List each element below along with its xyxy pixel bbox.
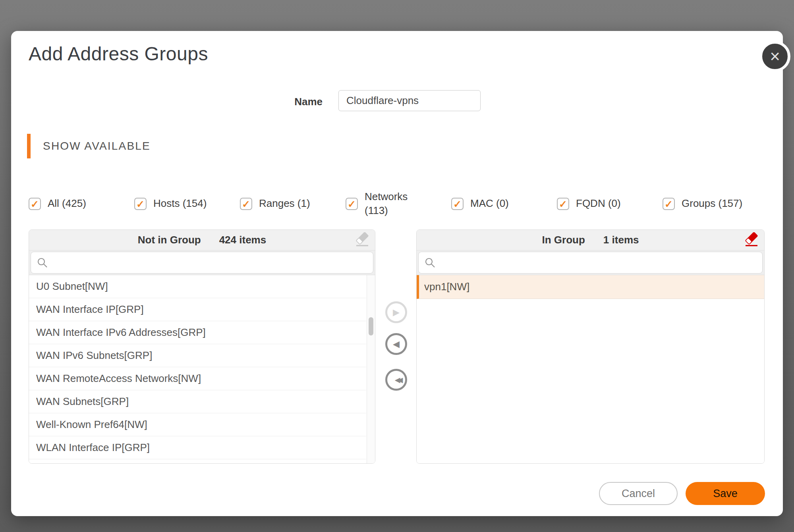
backdrop: { "modal": { "title": "Add Address Group…	[0, 0, 794, 532]
checkbox[interactable]: ✓	[29, 198, 41, 210]
check-icon: ✓	[136, 199, 145, 209]
search-bar	[417, 251, 764, 275]
show-available-heading: SHOW AVAILABLE	[43, 140, 151, 152]
filter-label: Ranges (1)	[259, 197, 310, 210]
left-arrow-icon: ◀	[393, 340, 400, 349]
checkbox[interactable]: ✓	[346, 198, 358, 210]
accent-bar	[27, 134, 31, 158]
item-count: 424 items	[219, 234, 267, 246]
filter-label: Groups (157)	[682, 197, 742, 210]
scrollbar[interactable]	[367, 275, 375, 463]
filter-label: Hosts (154)	[153, 197, 207, 210]
item-count: 1 items	[603, 234, 639, 246]
list-item-selected[interactable]: vpn1[NW]	[417, 275, 764, 299]
in-group-panel: In Group 1 items vpn1[NW]	[416, 229, 765, 464]
filter-label: MAC (0)	[470, 197, 509, 210]
filter-networks[interactable]: ✓ Networks (113)	[346, 190, 451, 218]
double-left-arrow-icon: ◀◀	[395, 376, 400, 384]
name-input[interactable]	[338, 90, 481, 111]
filter-label: FQDN (0)	[576, 197, 621, 210]
available-list: U0 Subnet[NW] WAN Interface IP[GRP] WAN …	[29, 275, 375, 463]
group-member-list: vpn1[NW]	[417, 275, 764, 463]
not-in-group-panel: Not in Group 424 items U0 Sub	[29, 229, 375, 464]
eraser-icon	[354, 232, 370, 248]
list-item[interactable]: WAN Subnets[GRP]	[29, 390, 366, 413]
checkbox[interactable]: ✓	[451, 198, 464, 210]
filter-all[interactable]: ✓ All (425)	[29, 197, 134, 210]
filter-label: All (425)	[48, 197, 86, 210]
save-button[interactable]: Save	[686, 482, 765, 505]
clear-group-button[interactable]	[744, 232, 759, 248]
list-item[interactable]: WAN Interface IP[GRP]	[29, 298, 366, 321]
checkbox[interactable]: ✓	[557, 198, 569, 210]
dialog-title: Add Address Groups	[29, 43, 208, 65]
filter-fqdn[interactable]: ✓ FQDN (0)	[557, 197, 663, 210]
check-icon: ✓	[348, 199, 356, 209]
filter-hosts[interactable]: ✓ Hosts (154)	[134, 197, 240, 210]
move-left-button[interactable]: ◀	[385, 333, 407, 355]
list-item[interactable]: WLAN Interface IP[GRP]	[29, 436, 366, 459]
checkbox[interactable]: ✓	[663, 198, 675, 210]
right-arrow-icon: ▶	[393, 308, 400, 317]
add-address-groups-dialog: Add Address Groups × Name SHOW AVAILABLE…	[11, 31, 783, 516]
cancel-button[interactable]: Cancel	[599, 482, 678, 505]
panel-title: Not in Group	[138, 234, 201, 246]
name-label: Name	[281, 96, 323, 108]
list-item[interactable]: WAN IPv6 Subnets[GRP]	[29, 344, 366, 367]
filter-groups[interactable]: ✓ Groups (157)	[663, 197, 768, 210]
list-item[interactable]: U0 Subnet[NW]	[29, 275, 366, 298]
filter-mac[interactable]: ✓ MAC (0)	[451, 197, 557, 210]
close-button[interactable]: ×	[759, 41, 790, 72]
clear-search-button[interactable]	[354, 232, 370, 248]
check-icon: ✓	[559, 199, 567, 209]
filter-ranges[interactable]: ✓ Ranges (1)	[240, 197, 346, 210]
move-right-button[interactable]: ▶	[385, 301, 407, 323]
move-all-left-button[interactable]: ◀◀	[385, 369, 407, 391]
scrollbar-thumb[interactable]	[369, 317, 373, 335]
list-item[interactable]: Well-Known Pref64[NW]	[29, 413, 366, 436]
check-icon: ✓	[453, 199, 462, 209]
search-input[interactable]	[418, 252, 763, 274]
search-input[interactable]	[31, 252, 373, 274]
filter-label: Networks (113)	[365, 190, 415, 218]
list-item[interactable]: WAN RemoteAccess Networks[NW]	[29, 367, 366, 390]
panel-header: In Group 1 items	[417, 230, 764, 251]
checkbox[interactable]: ✓	[240, 198, 252, 210]
check-icon: ✓	[242, 199, 250, 209]
type-filters: ✓ All (425) ✓ Hosts (154) ✓ Ranges (1) ✓…	[29, 177, 768, 230]
panel-title: In Group	[542, 234, 585, 246]
check-icon: ✓	[665, 199, 673, 209]
check-icon: ✓	[31, 199, 39, 209]
list-item[interactable]: WAN Interface IPv6 Addresses[GRP]	[29, 321, 366, 344]
panel-header: Not in Group 424 items	[29, 230, 375, 251]
search-bar	[29, 251, 375, 275]
show-available-section: SHOW AVAILABLE	[27, 133, 151, 159]
checkbox[interactable]: ✓	[134, 198, 147, 210]
close-icon: ×	[770, 48, 780, 65]
eraser-icon	[744, 232, 759, 248]
